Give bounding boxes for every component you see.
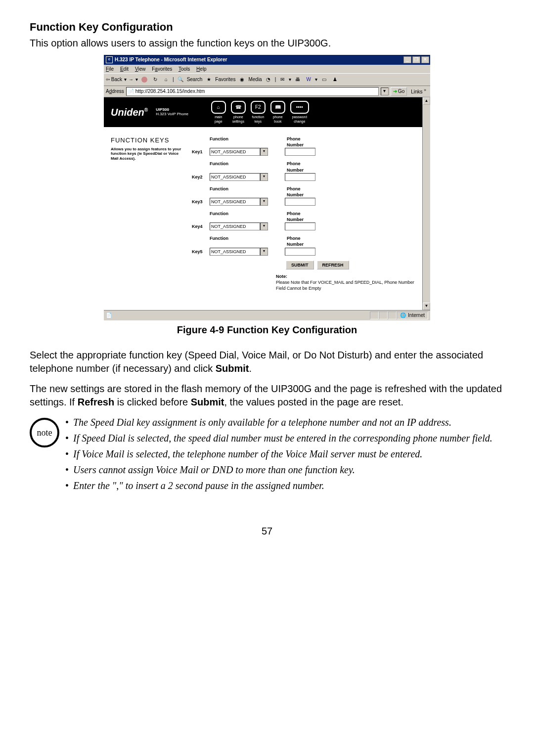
nav-phone-book[interactable]: 📖phone book <box>270 101 285 124</box>
function-keys-title: FUNCTION KEYS <box>111 136 185 145</box>
page-content: ▲ ▼ Uniden® UIP300 H.323 VoIP Phone ⌂mai… <box>104 97 430 310</box>
brand-block: Uniden® <box>111 106 148 119</box>
toolbar-sep: | <box>173 76 174 83</box>
key5-phone-input[interactable] <box>285 248 315 256</box>
key2-phone-input[interactable] <box>285 173 315 181</box>
media-label[interactable]: Media <box>248 76 262 83</box>
paragraph-1: Select the appropriate function key (Spe… <box>30 349 504 375</box>
internet-icon: 🌐 <box>400 312 406 319</box>
note-list: The Speed Dial key assignment is only av… <box>64 416 492 495</box>
nav-main-page[interactable]: ⌂main page <box>211 101 226 124</box>
refresh-button[interactable]: REFRESH <box>317 261 349 269</box>
window-title: H.323 IP Telephone - Microsoft Internet … <box>115 56 403 63</box>
search-label[interactable]: Search <box>187 76 203 83</box>
links-label[interactable]: Links » <box>409 88 428 95</box>
key4-function-select[interactable]: NOT_ASSIGNED▾ <box>210 222 268 230</box>
toolbar: ⇦ Back ▾ → ▾ ↻ ⌂ | 🔍Search ★Favorites ◉M… <box>104 73 430 86</box>
search-icon[interactable]: 🔍 <box>176 75 185 84</box>
note-icon: note <box>30 418 59 447</box>
key2-label: Key2 <box>192 174 207 180</box>
form-note: Note: Please Note that For VOICE_MAIL an… <box>276 273 423 291</box>
scroll-down-icon[interactable]: ▼ <box>423 303 430 310</box>
history-icon[interactable]: ◔ <box>264 75 273 84</box>
nav-function-keys[interactable]: F2function keys <box>251 101 266 124</box>
key1-label: Key1 <box>192 149 207 155</box>
key1-phone-input[interactable] <box>285 148 315 156</box>
section-heading: Function Key Configuration <box>30 20 504 35</box>
embedded-screenshot: e H.323 IP Telephone - Microsoft Interne… <box>104 55 430 321</box>
window-titlebar: e H.323 IP Telephone - Microsoft Interne… <box>104 55 430 65</box>
sep: ▾ <box>124 76 127 83</box>
status-bar: 📄 🌐Internet <box>104 310 430 320</box>
key3-label: Key3 <box>192 199 207 205</box>
minimize-button[interactable]: _ <box>403 56 411 63</box>
key1-function-select[interactable]: NOT_ASSIGNED▾ <box>210 148 268 156</box>
discuss-icon[interactable]: ▭ <box>319 75 328 84</box>
back-button[interactable]: ⇦ Back <box>106 76 122 83</box>
address-dropdown[interactable]: ▾ <box>381 88 389 95</box>
menu-help[interactable]: Help <box>196 66 207 72</box>
ie-icon: e <box>106 56 113 63</box>
note-item: Enter the "," to insert a 2 second pause… <box>64 479 492 492</box>
status-icon: 📄 <box>106 312 112 319</box>
note-section: note The Speed Dial key assignment is on… <box>30 416 504 495</box>
favorites-label[interactable]: Favorites <box>215 76 235 83</box>
page-icon: 📄 <box>128 88 134 95</box>
menu-favorites[interactable]: Favorites <box>152 66 172 72</box>
print-icon[interactable]: 🖶 <box>293 75 302 84</box>
intro-paragraph: This option allows users to assign the f… <box>30 37 504 50</box>
address-value: http://208.254.106.15/index.htm <box>135 88 205 95</box>
page-banner: Uniden® UIP300 H.323 VoIP Phone ⌂main pa… <box>104 97 430 127</box>
brand-sub: UIP300 H.323 VoIP Phone <box>156 108 188 117</box>
nav-phone-settings[interactable]: ☎phone settings <box>231 101 246 124</box>
nav-password-change[interactable]: ••••password change <box>290 101 309 124</box>
key5-label: Key5 <box>192 249 207 255</box>
submit-button[interactable]: SUBMIT <box>286 261 314 269</box>
note-item: If Voice Mail is selected, the telephone… <box>64 447 492 460</box>
address-label: Address <box>106 88 124 95</box>
toolbar-sep2: | <box>275 76 276 83</box>
key-grid: FunctionPhone Number Key1NOT_ASSIGNED▾ F… <box>192 136 423 291</box>
function-keys-desc: Allows you to assign features to your fu… <box>111 147 185 161</box>
menu-file[interactable]: File <box>106 66 114 72</box>
favorites-icon[interactable]: ★ <box>204 75 213 84</box>
menu-edit[interactable]: Edit <box>120 66 129 72</box>
note-item: The Speed Dial key assignment is only av… <box>64 416 492 429</box>
address-input[interactable]: 📄 http://208.254.106.15/index.htm <box>126 87 379 96</box>
refresh-icon[interactable]: ↻ <box>151 75 160 84</box>
sep2: ▾ <box>135 76 138 83</box>
mail-icon[interactable]: ✉ <box>278 75 287 84</box>
forward-button[interactable]: → <box>129 76 134 83</box>
key2-function-select[interactable]: NOT_ASSIGNED▾ <box>210 173 268 181</box>
figure-caption: Figure 4-9 Function Key Configuration <box>30 323 504 337</box>
key4-label: Key4 <box>192 223 207 229</box>
menu-tools[interactable]: Tools <box>178 66 190 72</box>
scroll-up-icon[interactable]: ▲ <box>423 97 430 105</box>
word-icon[interactable]: W <box>304 75 313 84</box>
menu-view[interactable]: View <box>135 66 146 72</box>
address-bar: Address 📄 http://208.254.106.15/index.ht… <box>104 86 430 97</box>
note-item: Users cannot assign Voice Mail or DND to… <box>64 463 492 476</box>
key5-function-select[interactable]: NOT_ASSIGNED▾ <box>210 248 268 256</box>
media-icon[interactable]: ◉ <box>237 75 246 84</box>
menu-bar: File Edit View Favorites Tools Help <box>104 65 430 74</box>
status-zone: 🌐Internet <box>397 311 428 319</box>
brand-name: Uniden® <box>111 106 148 119</box>
col-phone: Phone Number <box>287 136 326 148</box>
key4-phone-input[interactable] <box>285 222 315 230</box>
go-button[interactable]: ➔Go <box>391 87 407 96</box>
note-item: If Speed Dial is selected, the speed dia… <box>64 432 492 445</box>
close-button[interactable]: ✕ <box>421 56 429 63</box>
col-function: Function <box>210 136 284 148</box>
messenger-icon[interactable]: ♟ <box>330 75 339 84</box>
paragraph-2: The new settings are stored in the flash… <box>30 382 504 409</box>
home-icon[interactable]: ⌂ <box>162 75 171 84</box>
page-number: 57 <box>30 525 504 538</box>
key3-phone-input[interactable] <box>285 198 315 206</box>
scrollbar[interactable]: ▲ ▼ <box>422 97 430 310</box>
maximize-button[interactable]: ❐ <box>412 56 420 63</box>
stop-icon[interactable] <box>140 75 149 84</box>
key3-function-select[interactable]: NOT_ASSIGNED▾ <box>210 198 268 206</box>
